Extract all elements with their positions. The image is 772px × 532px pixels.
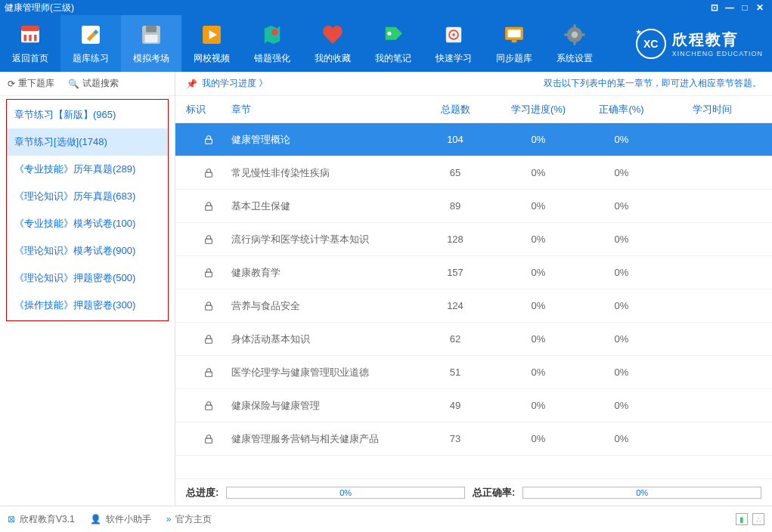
svg-rect-10	[145, 35, 158, 42]
toolbar-exam[interactable]: 模拟考场	[121, 15, 181, 72]
lock-icon	[186, 367, 231, 378]
cell-accuracy: 0%	[580, 300, 663, 311]
svg-rect-37	[206, 405, 212, 410]
my-progress-link[interactable]: 📌 我的学习进度 》	[186, 77, 268, 90]
brand-logo: XC 欣程教育 XINCHENG EDUCATION	[636, 29, 772, 59]
logo-icon: XC	[636, 29, 666, 59]
share-icon[interactable]: ∴	[752, 513, 764, 525]
main-panel: 📌 我的学习进度 》 双击以下列表中的某一章节，即可进入相应章节答题。 标识 章…	[175, 72, 772, 506]
table-row[interactable]: 流行病学和医学统计学基本知识1280%0%	[175, 223, 772, 256]
svg-rect-29	[206, 139, 212, 144]
window-title: 健康管理师(三级)	[5, 2, 74, 14]
cell-chapter: 健康保险与健康管理	[231, 399, 414, 413]
svg-rect-22	[512, 40, 517, 42]
table-body: 健康管理概论1040%0%常见慢性非传染性疾病650%0%基本卫生保健890%0…	[175, 123, 772, 478]
table-row[interactable]: 营养与食品安全1240%0%	[175, 289, 772, 323]
toolbar-video[interactable]: 网校视频	[181, 15, 242, 72]
table-row[interactable]: 常见慢性非传染性疾病650%0%	[175, 156, 772, 190]
cell-accuracy: 0%	[580, 200, 663, 212]
app-version[interactable]: ⊠ 欣程教育V3.1	[8, 513, 75, 526]
svg-point-24	[572, 32, 578, 39]
home-icon	[17, 22, 43, 48]
toolbar-fav[interactable]: 我的收藏	[302, 15, 363, 72]
svg-rect-38	[206, 438, 212, 443]
cell-chapter: 健康管理服务营销与相关健康产品	[231, 432, 414, 446]
cell-progress: 0%	[497, 234, 580, 245]
cell-progress: 0%	[497, 200, 580, 212]
cell-accuracy: 0%	[580, 267, 663, 278]
col-total: 总题数	[414, 103, 497, 116]
sidebar-item[interactable]: 章节练习【新版】(965)	[7, 101, 168, 128]
table-row[interactable]: 医学伦理学与健康管理职业道德510%0%	[175, 356, 772, 389]
search-questions[interactable]: 🔍试题搜索	[68, 77, 119, 90]
cell-accuracy: 0%	[580, 400, 663, 411]
table-row[interactable]: 健康教育学1570%0%	[175, 256, 772, 289]
pencil-icon	[78, 22, 104, 48]
toolbar-home[interactable]: 返回首页	[0, 15, 60, 72]
table-row[interactable]: 身体活动基本知识620%0%	[175, 323, 772, 356]
cell-chapter: 健康教育学	[231, 266, 414, 280]
col-mark: 标识	[186, 103, 231, 116]
svg-rect-27	[564, 33, 568, 36]
main-toolbar: 返回首页 题库练习 模拟考场 网校视频 错题强化 我的收藏 我的笔记 快速学习 …	[0, 15, 772, 72]
helper-icon: 👤	[90, 514, 101, 524]
table-row[interactable]: 基本卫生保健890%0%	[175, 190, 772, 223]
cell-chapter: 基本卫生保健	[231, 200, 414, 213]
table-row[interactable]: 健康管理概论1040%0%	[175, 123, 772, 156]
sidebar-item[interactable]: 《理论知识》模考试卷(900)	[7, 237, 168, 264]
logo-name: 欣程教育	[672, 29, 763, 50]
stats-icon[interactable]: ▮	[736, 513, 748, 525]
cell-chapter: 健康管理概论	[231, 133, 414, 147]
toolbar-quick[interactable]: 快速学习	[423, 15, 484, 72]
pin-icon[interactable]: ⊡	[707, 2, 722, 13]
table-row[interactable]: 健康管理服务营销与相关健康产品730%0%	[175, 422, 772, 456]
sidebar-item[interactable]: 章节练习[选做](1748)	[7, 128, 168, 156]
lock-icon	[186, 401, 231, 411]
close-icon[interactable]: ✕	[752, 2, 767, 13]
map-icon	[259, 22, 285, 48]
svg-point-19	[452, 33, 454, 36]
svg-rect-34	[206, 305, 212, 310]
sidebar-highlight-box: 章节练习【新版】(965) 章节练习[选做](1748) 《专业技能》历年真题(…	[6, 99, 169, 321]
toolbar-notes[interactable]: 我的笔记	[363, 15, 423, 72]
reload-questions[interactable]: ⟳重下题库	[8, 77, 54, 90]
toolbar-label: 我的笔记	[375, 52, 411, 65]
sidebar-item[interactable]: 《理论知识》押题密卷(500)	[7, 264, 168, 292]
svg-rect-32	[206, 239, 212, 243]
toolbar-practice[interactable]: 题库练习	[60, 15, 121, 72]
svg-rect-3	[29, 35, 31, 42]
toolbar-wrong[interactable]: 错题强化	[242, 15, 302, 72]
total-progress-label: 总进度:	[186, 486, 219, 500]
lock-icon	[186, 135, 231, 145]
official-home[interactable]: » 官方主页	[166, 513, 212, 526]
sidebar-item[interactable]: 《操作技能》押题密卷(300)	[7, 292, 168, 319]
titlebar: 健康管理师(三级) ⊡ — □ ✕	[0, 0, 772, 15]
toolbar-sync[interactable]: 同步题库	[484, 15, 544, 72]
col-progress: 学习进度(%)	[497, 103, 580, 116]
sidebar-item[interactable]: 《理论知识》历年真题(683)	[7, 183, 168, 210]
software-helper[interactable]: 👤 软件小助手	[90, 513, 151, 526]
svg-point-14	[271, 29, 278, 36]
svg-rect-33	[206, 272, 212, 277]
svg-point-16	[387, 32, 391, 36]
maximize-icon[interactable]: □	[737, 2, 752, 13]
toolbar-label: 模拟考场	[133, 52, 169, 65]
cell-progress: 0%	[497, 134, 580, 145]
search-icon: 🔍	[68, 79, 79, 89]
cell-progress: 0%	[497, 367, 580, 378]
table-header: 标识 章节 总题数 学习进度(%) 正确率(%) 学习时间	[175, 96, 772, 123]
cell-chapter: 常见慢性非传染性疾病	[231, 166, 414, 180]
sidebar-item[interactable]: 《专业技能》模考试卷(100)	[7, 210, 168, 237]
heart-icon	[320, 22, 346, 48]
sidebar-item[interactable]: 《专业技能》历年真题(289)	[7, 156, 168, 183]
minimize-icon[interactable]: —	[722, 2, 737, 13]
cell-accuracy: 0%	[580, 433, 663, 444]
cell-chapter: 身体活动基本知识	[231, 332, 414, 346]
svg-rect-31	[206, 206, 212, 210]
tag-icon	[380, 22, 406, 48]
table-row[interactable]: 健康保险与健康管理490%0%	[175, 389, 772, 422]
svg-rect-25	[573, 24, 575, 28]
info-hint: 双击以下列表中的某一章节，即可进入相应章节答题。	[544, 77, 761, 90]
toolbar-settings[interactable]: 系统设置	[544, 15, 605, 72]
info-bar: 📌 我的学习进度 》 双击以下列表中的某一章节，即可进入相应章节答题。	[175, 72, 772, 96]
